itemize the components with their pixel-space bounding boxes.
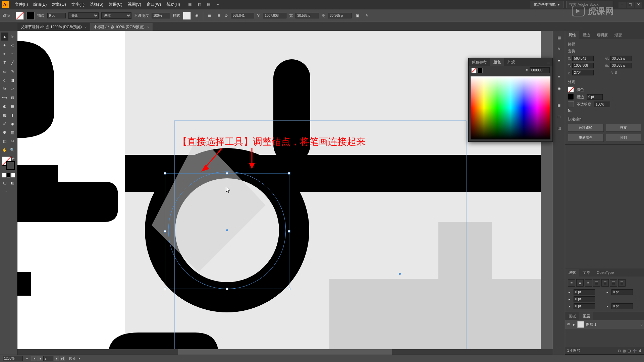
menu-object[interactable]: 对象(O): [49, 0, 68, 9]
align-center[interactable]: ≣: [576, 279, 584, 287]
edit-toolbar[interactable]: ⋯: [1, 187, 9, 195]
window-minimize[interactable]: ─: [619, 2, 626, 8]
y-input[interactable]: [263, 13, 286, 18]
fill-stroke-indicator[interactable]: ⇄: [2, 156, 15, 170]
slice-tool[interactable]: ✂: [9, 137, 16, 145]
horizontal-scrollbar[interactable]: [17, 349, 553, 355]
qa-offset-path[interactable]: 位移路径: [568, 124, 604, 132]
isolate-icon[interactable]: ▣: [354, 12, 361, 19]
shaper-tool[interactable]: ◇: [1, 76, 8, 84]
swap-fill-stroke-icon[interactable]: ⇄: [12, 157, 14, 161]
flip-h-icon[interactable]: ⇋: [610, 71, 613, 74]
last-artboard[interactable]: ▸|: [60, 356, 65, 361]
magic-wand-tool[interactable]: ✦: [1, 41, 8, 49]
panel-icon-stroke[interactable]: ≡: [554, 72, 564, 82]
visibility-icon[interactable]: 👁: [567, 322, 571, 327]
fill-indicator[interactable]: [471, 68, 477, 73]
tab-appearance[interactable]: 外观: [504, 58, 518, 66]
qa-recolor[interactable]: 重新着色: [568, 134, 604, 142]
window-maximize[interactable]: ▢: [627, 2, 634, 8]
lasso-tool[interactable]: ⊂: [9, 41, 16, 49]
style-swatch[interactable]: [183, 12, 191, 20]
new-sublayer-icon[interactable]: ◫: [628, 349, 631, 353]
perspective-tool[interactable]: ▦: [9, 102, 16, 110]
color-spectrum[interactable]: [471, 76, 550, 139]
prop-y-input[interactable]: [572, 63, 594, 68]
recolor-icon[interactable]: ◉: [194, 12, 200, 19]
tab-properties[interactable]: 属性: [565, 31, 579, 39]
tab-stroke[interactable]: 描边: [579, 31, 593, 39]
panel-icon-symbols[interactable]: ♣: [554, 56, 564, 65]
stroke-swatch[interactable]: [26, 12, 35, 20]
delete-layer-icon[interactable]: 🗑: [639, 349, 642, 353]
menu-select[interactable]: 选择(S): [87, 0, 106, 9]
draw-mode[interactable]: ◧: [9, 179, 16, 187]
height-input[interactable]: [328, 13, 352, 18]
close-icon[interactable]: ×: [85, 25, 87, 29]
free-transform-tool[interactable]: ⊡: [9, 94, 16, 102]
rectangle-tool[interactable]: ▭: [1, 67, 8, 75]
zoom-input[interactable]: [3, 356, 23, 361]
align-icon[interactable]: ☰: [206, 12, 213, 19]
stroke-swatch[interactable]: [568, 94, 574, 100]
close-icon[interactable]: ×: [147, 25, 149, 29]
tab-color-guide[interactable]: 颜色参考: [469, 58, 490, 66]
layer-name[interactable]: 图层 1: [586, 322, 596, 327]
layer-row[interactable]: 👁 ▸ 图层 1 ○: [565, 320, 644, 329]
menu-file[interactable]: 文件(F): [12, 0, 31, 9]
screen-mode[interactable]: ▢: [1, 179, 8, 187]
line-tool[interactable]: ╱: [9, 59, 16, 67]
prev-artboard[interactable]: ◂: [37, 356, 43, 361]
tab-color[interactable]: 颜色: [490, 58, 504, 66]
panel-icon-swatches[interactable]: ▦: [554, 33, 564, 42]
artboard-number[interactable]: [43, 356, 53, 361]
panel-menu-icon[interactable]: ☰: [547, 60, 552, 64]
indent-right-input[interactable]: [611, 289, 633, 295]
stroke-profile-select[interactable]: 等比: [68, 12, 99, 19]
edit-icon[interactable]: ✎: [364, 12, 370, 19]
expand-icon[interactable]: ▸: [573, 322, 575, 327]
blend-tool[interactable]: ◉: [9, 120, 16, 128]
pen-tool[interactable]: ✒: [1, 50, 8, 58]
eraser-tool[interactable]: ◨: [9, 76, 16, 84]
chevron-down-icon[interactable]: ▾: [26, 357, 28, 360]
menu-effect[interactable]: 效果(C): [106, 0, 125, 9]
panel-icon-color-active[interactable]: ◉: [554, 84, 564, 93]
opacity-swatch[interactable]: [568, 101, 574, 107]
flip-v-icon[interactable]: ⇵: [614, 71, 617, 74]
menu-icon-2[interactable]: ◧: [196, 1, 203, 8]
fill-swatch[interactable]: [568, 86, 574, 93]
tab-paragraph[interactable]: 段落: [565, 269, 579, 277]
doc-tab-1[interactable]: 父亲节讲解.ai* @ 1200% (RGB/预览) ×: [17, 23, 90, 31]
stroke-indicator[interactable]: [477, 68, 483, 73]
menu-icon-3[interactable]: ▤: [205, 1, 212, 8]
fx-label[interactable]: fx.: [568, 109, 572, 113]
eyedropper-tool[interactable]: ✐: [1, 120, 8, 128]
color-mode-none[interactable]: [11, 173, 15, 178]
new-layer-icon[interactable]: ➕: [633, 349, 637, 353]
doc-tab-2[interactable]: 未标题-1* @ 100% (RGB/预览) ×: [90, 23, 153, 31]
tab-opentype[interactable]: OpenType: [593, 269, 617, 276]
align-right[interactable]: ≡: [585, 279, 592, 287]
color-mode-solid[interactable]: [2, 173, 6, 178]
curvature-tool[interactable]: 〰: [9, 50, 16, 58]
workspace-switcher[interactable]: 传统基本功能 ▾: [530, 1, 564, 8]
stroke-weight-input[interactable]: [587, 94, 603, 100]
fill-swatch[interactable]: [16, 12, 24, 20]
adobe-stock-search[interactable]: 搜索 Adobe Stock: [566, 1, 613, 8]
panel-icon-pathfinder[interactable]: ◫: [554, 123, 564, 133]
mesh-tool[interactable]: ▩: [1, 111, 8, 119]
selection-tool[interactable]: ▲: [1, 33, 8, 41]
width-tool[interactable]: ⟷: [1, 94, 8, 102]
tab-transparency[interactable]: 透明度: [593, 31, 611, 39]
window-close[interactable]: ✕: [635, 2, 642, 8]
qa-arrange[interactable]: 排列: [606, 134, 642, 142]
prop-w-input[interactable]: [610, 56, 632, 61]
menu-window[interactable]: 窗口(W): [144, 0, 164, 9]
make-clip-icon[interactable]: ▧: [623, 349, 626, 353]
scale-tool[interactable]: ⤢: [9, 85, 16, 93]
tab-artboards[interactable]: 画板: [565, 312, 579, 320]
shape-builder-tool[interactable]: ◐: [1, 102, 8, 110]
justify-left[interactable]: ☰: [593, 279, 600, 287]
space-before-input[interactable]: [574, 303, 595, 309]
